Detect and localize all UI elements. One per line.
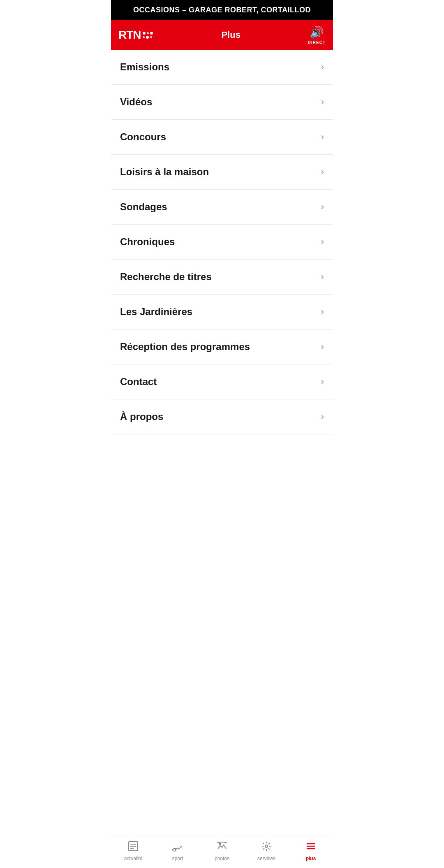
sport-icon bbox=[172, 840, 183, 854]
chevron-right-icon: › bbox=[321, 376, 324, 387]
menu-item-label-emissions: Emissions bbox=[120, 61, 169, 73]
svg-point-5 bbox=[219, 843, 221, 845]
nav-item-photos[interactable]: photos bbox=[200, 840, 244, 861]
header: RTN Plus 🔊 DIRECT bbox=[111, 20, 333, 50]
chevron-right-icon: › bbox=[321, 306, 324, 317]
menu-item-videos[interactable]: Vidéos› bbox=[111, 85, 333, 120]
menu-item-recherche[interactable]: Recherche de titres› bbox=[111, 260, 333, 295]
header-title: Plus bbox=[154, 30, 308, 40]
plus-icon bbox=[305, 840, 317, 854]
logo-text: RTN bbox=[118, 28, 141, 42]
menu-item-label-jardinieres: Les Jardinières bbox=[120, 306, 192, 318]
menu-item-concours[interactable]: Concours› bbox=[111, 120, 333, 155]
menu-item-contact[interactable]: Contact› bbox=[111, 364, 333, 399]
nav-label-services: services bbox=[257, 856, 275, 861]
menu-item-label-concours: Concours bbox=[120, 131, 166, 143]
menu-item-reception[interactable]: Réception des programmes› bbox=[111, 330, 333, 364]
svg-point-6 bbox=[265, 845, 268, 847]
menu-item-label-chroniques: Chroniques bbox=[120, 236, 175, 248]
chevron-right-icon: › bbox=[321, 237, 324, 247]
chevron-right-icon: › bbox=[321, 97, 324, 107]
nav-item-sport[interactable]: sport bbox=[155, 840, 200, 861]
chevron-right-icon: › bbox=[321, 411, 324, 422]
photos-icon bbox=[216, 840, 228, 854]
menu-list: Emissions›Vidéos›Concours›Loisirs à la m… bbox=[111, 50, 333, 836]
logo[interactable]: RTN bbox=[118, 28, 154, 42]
nav-label-plus: plus bbox=[306, 856, 316, 861]
nav-item-services[interactable]: services bbox=[244, 840, 289, 861]
chevron-right-icon: › bbox=[321, 341, 324, 352]
direct-button[interactable]: 🔊 DIRECT bbox=[308, 26, 326, 45]
menu-item-label-apropos: À propos bbox=[120, 411, 163, 422]
svg-line-13 bbox=[268, 843, 270, 844]
logo-dots bbox=[143, 32, 154, 39]
svg-line-12 bbox=[268, 848, 270, 849]
menu-item-emissions[interactable]: Emissions› bbox=[111, 50, 333, 85]
menu-item-label-sondages: Sondages bbox=[120, 201, 167, 213]
nav-item-plus[interactable]: plus bbox=[289, 840, 333, 861]
direct-label: DIRECT bbox=[308, 40, 326, 45]
chevron-right-icon: › bbox=[321, 62, 324, 72]
menu-item-chroniques[interactable]: Chroniques› bbox=[111, 225, 333, 260]
chevron-right-icon: › bbox=[321, 202, 324, 212]
chevron-right-icon: › bbox=[321, 132, 324, 142]
menu-item-label-contact: Contact bbox=[120, 376, 157, 388]
services-icon bbox=[261, 840, 272, 854]
ad-banner: OCCASIONS – GARAGE ROBERT, CORTAILLOD bbox=[111, 0, 333, 20]
actualite-icon bbox=[127, 840, 139, 854]
menu-item-label-reception: Réception des programmes bbox=[120, 341, 250, 353]
svg-line-11 bbox=[263, 843, 264, 844]
bottom-nav: actualité sport photos services plus bbox=[111, 836, 333, 868]
menu-item-jardinieres[interactable]: Les Jardinières› bbox=[111, 295, 333, 330]
chevron-right-icon: › bbox=[321, 272, 324, 282]
menu-item-label-videos: Vidéos bbox=[120, 96, 152, 108]
speaker-icon: 🔊 bbox=[310, 26, 324, 39]
nav-label-photos: photos bbox=[215, 856, 229, 861]
nav-item-actualite[interactable]: actualité bbox=[111, 840, 155, 861]
menu-item-loisirs[interactable]: Loisirs à la maison› bbox=[111, 155, 333, 190]
menu-item-label-recherche: Recherche de titres bbox=[120, 271, 212, 283]
menu-item-label-loisirs: Loisirs à la maison bbox=[120, 166, 209, 178]
nav-label-sport: sport bbox=[172, 856, 183, 861]
menu-item-apropos[interactable]: À propos› bbox=[111, 399, 333, 434]
menu-item-sondages[interactable]: Sondages› bbox=[111, 190, 333, 225]
nav-label-actualite: actualité bbox=[124, 856, 143, 861]
chevron-right-icon: › bbox=[321, 167, 324, 177]
svg-line-14 bbox=[263, 848, 264, 849]
